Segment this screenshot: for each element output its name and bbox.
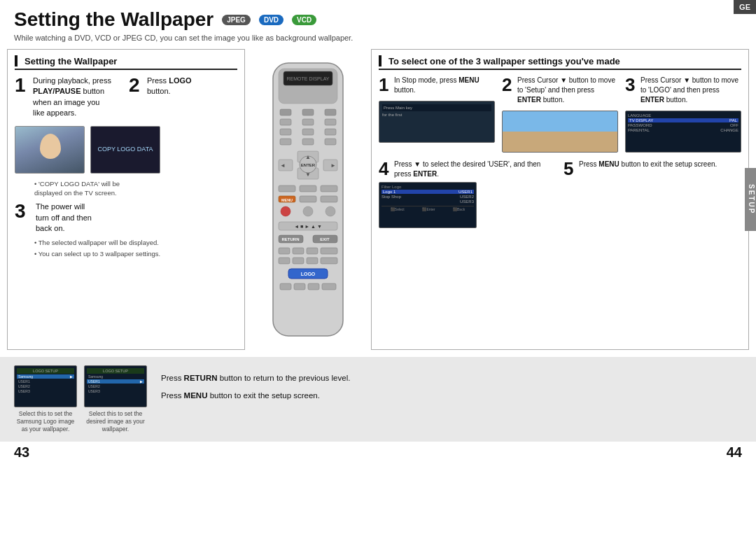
svg-rect-48 [307,258,318,264]
right-step5-text: Press MENU button to exit the setup scre… [579,160,717,169]
step2-text: Press LOGObutton. [147,76,192,97]
svg-point-34 [303,206,313,216]
right-step1-text: In Stop mode, press MENU button. [394,76,495,95]
svg-text:REMOTE DISPLAY: REMOTE DISPLAY [287,76,330,81]
svg-text:EXIT: EXIT [320,237,330,241]
right-step2-text: Press Cursor ▼ button to move to 'Setup'… [517,76,618,105]
ge-badge: GE [734,0,756,14]
svg-rect-43 [293,248,304,254]
badge-dvd: DVD [259,15,284,25]
page-title: Setting the Wallpaper [14,8,214,31]
step3-text: The power willturn off and thenback on. [36,202,92,234]
step2-note: • 'COPY LOGO DATA' will bedisplayed on t… [34,179,237,198]
svg-rect-28 [321,185,337,192]
page-left: 43 [14,444,29,461]
svg-rect-9 [325,119,336,125]
bottom-screen1-wrap: LOGO SETUP Samsung▶ USER1 USER2 USER3 Se… [14,365,77,433]
setup-tab: SETUP [745,168,756,231]
bottom-screen1: LOGO SETUP Samsung▶ USER1 USER2 USER3 [14,365,77,407]
step2-num: 2 [129,76,144,95]
svg-text:LOGO: LOGO [301,272,316,276]
svg-point-33 [281,206,290,216]
step1-num: 1 [15,76,30,95]
svg-text:MENU: MENU [281,198,293,202]
bottom-screen2-wrap: LOGO SETUP Samsung USER1▶ USER2 USER3 Se… [84,365,147,433]
right-step4-num: 4 [379,160,391,178]
svg-rect-45 [321,248,337,254]
svg-rect-8 [302,119,314,125]
svg-text:◄ ■ ► ▲ ▼: ◄ ■ ► ▲ ▼ [294,224,322,229]
svg-rect-54 [308,283,319,290]
right-step1-num: 1 [379,76,391,94]
svg-rect-47 [293,258,304,264]
svg-rect-5 [302,109,314,115]
right-step2-num: 2 [502,76,514,94]
svg-text:◄: ◄ [280,162,286,169]
step3-num: 3 [15,202,30,234]
svg-rect-46 [279,258,290,264]
svg-rect-7 [280,119,291,125]
svg-rect-6 [325,109,336,115]
svg-text:►: ► [330,162,336,169]
svg-rect-26 [279,185,295,192]
remote-control-area: REMOTE DISPLAY [252,49,364,350]
step1-screen [15,126,85,174]
right-step3-text: Press Cursor ▼ button to move to 'LOGO' … [640,76,741,105]
svg-text:RETURN: RETURN [282,237,300,241]
bottom-section: LOGO SETUP Samsung▶ USER1 USER2 USER3 Se… [0,357,756,442]
step3-note2: You can select up to 3 wallpaper setting… [34,249,237,258]
svg-rect-55 [322,283,336,290]
svg-rect-42 [279,248,290,254]
svg-rect-4 [280,109,291,115]
step1-text: During playback, pressPLAY/PAUSE buttonw… [33,76,111,119]
svg-point-35 [326,206,335,216]
svg-text:▼: ▼ [305,171,311,178]
right-panel: To select one of the 3 wallpaper setting… [371,49,749,350]
right-step4: 4 Press ▼ to select the desired 'USER', … [379,160,556,228]
right-step3-num: 3 [625,76,638,94]
badge-jpeg: JPEG [222,15,251,25]
page-numbers: 43 44 [0,442,756,463]
bottom-note1: Press RETURN button to return to the pre… [161,372,742,384]
subtitle: While watching a DVD, VCD or JPEG CD, yo… [0,34,756,46]
bottom-screen2-label: Select this to set the desired image as … [84,410,147,433]
step3-note1: The selected wallpaper will be displayed… [34,238,237,247]
svg-rect-53 [294,283,305,290]
header: Setting the Wallpaper JPEG DVD VCD GE Wh… [0,0,756,46]
page-right: 44 [727,444,742,461]
bottom-screens: LOGO SETUP Samsung▶ USER1 USER2 USER3 Se… [14,365,147,433]
svg-rect-11 [302,129,314,135]
right-step5: 5 Press MENU button to exit the setup sc… [564,160,741,178]
right-step3: 3 Press Cursor ▼ button to move to 'LOGO… [625,76,741,153]
svg-rect-13 [280,139,291,145]
svg-rect-52 [280,283,291,290]
right-step2: 2 Press Cursor ▼ button to move to 'Setu… [502,76,618,153]
right-step5-num: 5 [564,160,576,178]
right-step2-screen [502,111,618,153]
left-panel-title: Setting the Wallpaper [15,55,237,70]
step2-screen: COPY LOGO DATA [90,126,160,174]
right-panel-title: To select one of the 3 wallpaper setting… [379,55,741,70]
bottom-notes: Press RETURN button to return to the pre… [161,365,742,402]
svg-text:▲: ▲ [305,154,311,160]
bottom-note2: Press MENU button to exit the setup scre… [161,390,742,402]
right-step1: 1 In Stop mode, press MENU button. Press… [379,76,495,153]
svg-text:ENTER: ENTER [301,163,316,167]
badge-vcd: VCD [292,15,316,25]
right-step3-screen: LANGUAGE TV DISPLAYPAL PASSWORDOFF PAREN… [625,111,741,153]
svg-rect-12 [325,129,336,135]
bottom-screen1-label: Select this to set the Samsung Logo imag… [14,410,77,433]
left-panel: Setting the Wallpaper 1 During playback,… [7,49,245,350]
svg-rect-14 [302,139,314,145]
svg-rect-15 [325,139,336,145]
svg-rect-49 [321,258,337,264]
svg-rect-10 [280,129,291,135]
right-step4-screen: Filter Logo Logo 1USER1 Stop ShopUSER2 U… [379,182,477,228]
svg-rect-31 [300,196,316,202]
right-step4-text: Press ▼ to select the desired 'USER', an… [394,160,556,179]
svg-rect-44 [307,248,318,254]
right-step1-screen: Press Main key for the first [379,101,495,143]
svg-rect-32 [321,196,337,202]
remote-control-svg: REMOTE DISPLAY [259,56,357,350]
svg-rect-27 [300,185,316,192]
